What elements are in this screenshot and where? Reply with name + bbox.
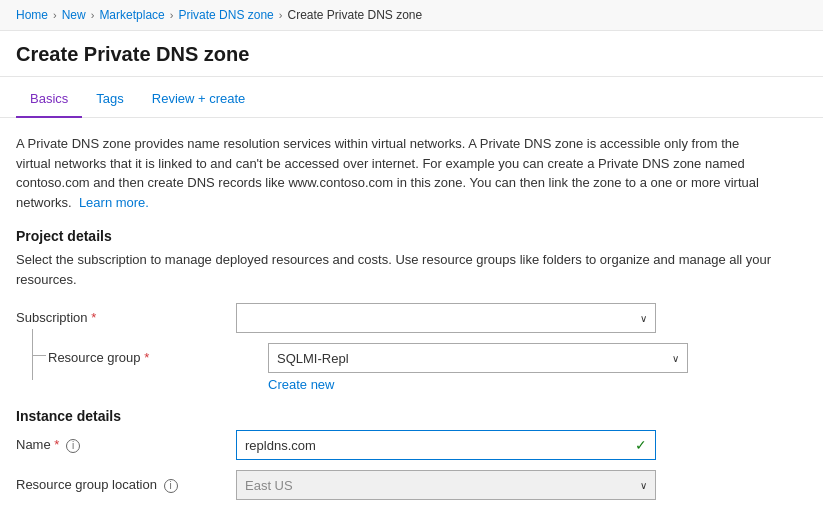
breadcrumb-home[interactable]: Home — [16, 8, 48, 22]
resource-group-dropdown[interactable]: SQLMI-Repl ∨ — [268, 343, 688, 373]
page-title-bar: Create Private DNS zone — [0, 31, 823, 77]
breadcrumb-marketplace[interactable]: Marketplace — [99, 8, 164, 22]
resource-group-value: SQLMI-Repl — [277, 351, 672, 366]
name-value: repldns.com — [245, 438, 635, 453]
instance-details-section: Instance details Name * i repldns.com ✓ … — [16, 408, 807, 500]
breadcrumb: Home › New › Marketplace › Private DNS z… — [0, 0, 823, 31]
resource-group-location-dropdown: East US ∨ — [236, 470, 656, 500]
instance-details-title: Instance details — [16, 408, 807, 424]
name-row: Name * i repldns.com ✓ — [16, 430, 807, 460]
learn-more-link[interactable]: Learn more. — [79, 195, 149, 210]
name-required: * — [54, 437, 59, 452]
resource-group-row: Resource group * SQLMI-Repl ∨ Create new — [16, 343, 807, 392]
resource-group-label: Resource group * — [48, 343, 268, 365]
tab-tags[interactable]: Tags — [82, 81, 137, 118]
name-input[interactable]: repldns.com ✓ — [236, 430, 656, 460]
resource-group-chevron-icon: ∨ — [672, 353, 679, 364]
name-label: Name * i — [16, 430, 236, 453]
page-title: Create Private DNS zone — [16, 43, 807, 66]
breadcrumb-sep-2: › — [91, 9, 95, 21]
name-info-icon[interactable]: i — [66, 439, 80, 453]
subscription-chevron-icon: ∨ — [640, 313, 647, 324]
resource-group-location-value: East US — [245, 478, 640, 493]
tab-review-create[interactable]: Review + create — [138, 81, 260, 118]
project-details-section: Project details Select the subscription … — [16, 228, 807, 392]
subscription-dropdown[interactable]: ∨ — [236, 303, 656, 333]
tab-basics[interactable]: Basics — [16, 81, 82, 118]
breadcrumb-sep-4: › — [279, 9, 283, 21]
resource-group-location-label: Resource group location i — [16, 470, 236, 493]
breadcrumb-private-dns-zone[interactable]: Private DNS zone — [178, 8, 273, 22]
tabs-container: Basics Tags Review + create — [0, 81, 823, 118]
name-check-icon: ✓ — [635, 437, 647, 453]
location-chevron-icon: ∨ — [640, 480, 647, 491]
resource-group-required: * — [144, 350, 149, 365]
breadcrumb-sep-3: › — [170, 9, 174, 21]
subscription-required: * — [91, 310, 96, 325]
subscription-label: Subscription * — [16, 303, 236, 325]
project-details-title: Project details — [16, 228, 807, 244]
breadcrumb-current: Create Private DNS zone — [287, 8, 422, 22]
subscription-row: Subscription * ∨ — [16, 303, 807, 333]
location-info-icon[interactable]: i — [164, 479, 178, 493]
breadcrumb-sep-1: › — [53, 9, 57, 21]
content-area: A Private DNS zone provides name resolut… — [0, 118, 823, 500]
resource-group-location-row: Resource group location i East US ∨ — [16, 470, 807, 500]
description-text: A Private DNS zone provides name resolut… — [16, 134, 776, 212]
project-details-desc: Select the subscription to manage deploy… — [16, 250, 776, 289]
breadcrumb-new[interactable]: New — [62, 8, 86, 22]
create-new-link[interactable]: Create new — [268, 377, 688, 392]
